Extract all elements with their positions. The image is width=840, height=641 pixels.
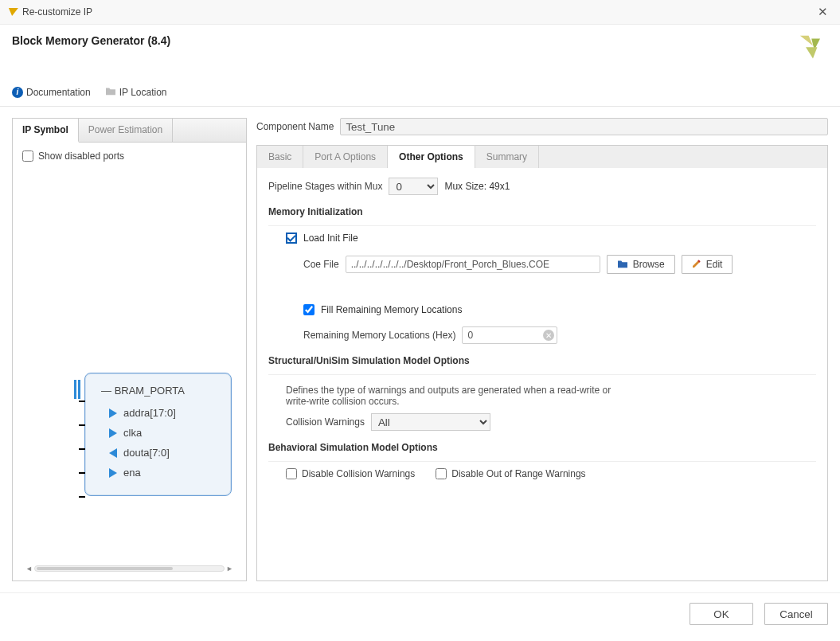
port-label-douta: douta[7:0]	[123, 447, 170, 459]
browse-button-label: Browse	[633, 259, 665, 270]
folder-icon	[105, 86, 116, 98]
section-memory-initialization: Memory Initialization	[268, 206, 816, 217]
load-init-file-checkbox[interactable]	[286, 233, 297, 244]
component-name-input[interactable]	[340, 118, 828, 135]
divider	[268, 461, 816, 462]
collapse-handle-icon[interactable]	[74, 380, 80, 399]
block-title: BRAM_PORTA	[115, 385, 185, 397]
section-structural-sim: Structural/UniSim Simulation Model Optio…	[268, 355, 816, 366]
left-tabbar: IP Symbol Power Estimation	[13, 119, 246, 143]
chevron-right-icon[interactable]: ►	[226, 565, 233, 573]
coe-file-label: Coe File	[303, 259, 339, 270]
edit-button-label: Edit	[706, 259, 723, 270]
content: IP Symbol Power Estimation Show disabled…	[0, 107, 840, 592]
close-button[interactable]: ✕	[814, 5, 832, 19]
info-icon: i	[12, 87, 23, 98]
disable-collision-warnings-checkbox[interactable]	[286, 468, 297, 479]
coe-file-input[interactable]	[346, 256, 600, 273]
ip-symbol-canvas[interactable]: — BRAM_PORTA addra[17:0] clka douta[7:0]	[22, 168, 236, 563]
app-logo-icon	[7, 8, 18, 16]
config-panel: Component Name Basic Port A Options Othe…	[256, 118, 828, 581]
open-folder-icon	[617, 259, 628, 271]
tab-other-options[interactable]: Other Options	[388, 145, 475, 168]
section-behavioral-sim: Behavioral Simulation Model Options	[268, 442, 816, 453]
port-addra: addra[17:0]	[101, 403, 223, 423]
show-disabled-ports-checkbox[interactable]	[22, 150, 33, 162]
port-label-addra: addra[17:0]	[123, 407, 176, 419]
tab-content-other-options: Pipeline Stages within Mux 0 Mux Size: 4…	[256, 168, 828, 581]
horizontal-scrollbar[interactable]: ◄ ►	[22, 563, 236, 574]
disable-collision-warnings-label: Disable Collision Warnings	[302, 468, 415, 479]
tab-port-a-options[interactable]: Port A Options	[303, 146, 388, 168]
mux-size-text: Mux Size: 49x1	[444, 181, 510, 192]
ok-button[interactable]: OK	[690, 603, 753, 625]
disable-out-of-range-label: Disable Out of Range Warnings	[451, 468, 585, 479]
chevron-left-icon[interactable]: ◄	[25, 565, 33, 573]
ip-location-link[interactable]: IP Location	[105, 86, 167, 98]
arrow-left-icon	[109, 448, 117, 458]
tab-power-estimation[interactable]: Power Estimation	[79, 119, 173, 142]
port-douta: douta[7:0]	[101, 443, 223, 463]
edit-pencil-icon	[692, 259, 701, 271]
config-tabbar: Basic Port A Options Other Options Summa…	[256, 145, 828, 168]
browse-button[interactable]: Browse	[607, 255, 675, 274]
fill-remaining-checkbox[interactable]	[303, 304, 315, 315]
collision-warnings-select[interactable]: All	[371, 413, 490, 431]
tab-summary[interactable]: Summary	[475, 146, 539, 168]
component-name-label: Component Name	[256, 121, 334, 132]
disable-out-of-range-checkbox[interactable]	[436, 468, 447, 479]
remaining-locations-label: Remaining Memory Locations (Hex)	[303, 330, 455, 341]
documentation-label: Documentation	[26, 87, 91, 98]
page-title: Block Memory Generator (8.4)	[12, 34, 170, 47]
divider	[268, 374, 816, 375]
pipeline-stages-select[interactable]: 0	[389, 178, 438, 195]
arrow-right-icon	[109, 408, 117, 418]
edit-button[interactable]: Edit	[682, 255, 733, 274]
fill-remaining-label: Fill Remaining Memory Locations	[321, 304, 462, 315]
ip-location-label: IP Location	[119, 87, 167, 98]
port-clka: clka	[101, 423, 223, 443]
load-init-file-label: Load Init File	[303, 233, 358, 244]
documentation-link[interactable]: i Documentation	[12, 87, 91, 98]
header: Block Memory Generator (8.4) i Documenta…	[0, 25, 840, 107]
dialog-footer: OK Cancel	[0, 592, 840, 641]
show-disabled-ports-label: Show disabled ports	[38, 150, 124, 162]
structural-sim-description: Defines the type of warnings and outputs…	[286, 381, 620, 413]
vivado-logo-icon	[798, 34, 828, 65]
clear-input-icon[interactable]: ✕	[543, 330, 554, 341]
ip-symbol-panel: IP Symbol Power Estimation Show disabled…	[12, 118, 247, 581]
arrow-right-icon	[109, 468, 117, 478]
pipeline-stages-label: Pipeline Stages within Mux	[268, 181, 382, 192]
title-bar: Re-customize IP ✕	[0, 0, 840, 25]
port-label-clka: clka	[123, 427, 142, 439]
tab-ip-symbol[interactable]: IP Symbol	[13, 119, 79, 143]
ip-block-bram-porta: — BRAM_PORTA addra[17:0] clka douta[7:0]	[84, 373, 232, 496]
tab-basic[interactable]: Basic	[257, 146, 303, 168]
cancel-button[interactable]: Cancel	[764, 603, 828, 625]
arrow-right-icon	[109, 428, 117, 438]
collision-warnings-label: Collision Warnings	[286, 416, 365, 428]
port-label-ena: ena	[123, 467, 141, 479]
port-ena: ena	[101, 463, 223, 483]
window-title: Re-customize IP	[22, 6, 92, 18]
divider	[268, 225, 816, 226]
